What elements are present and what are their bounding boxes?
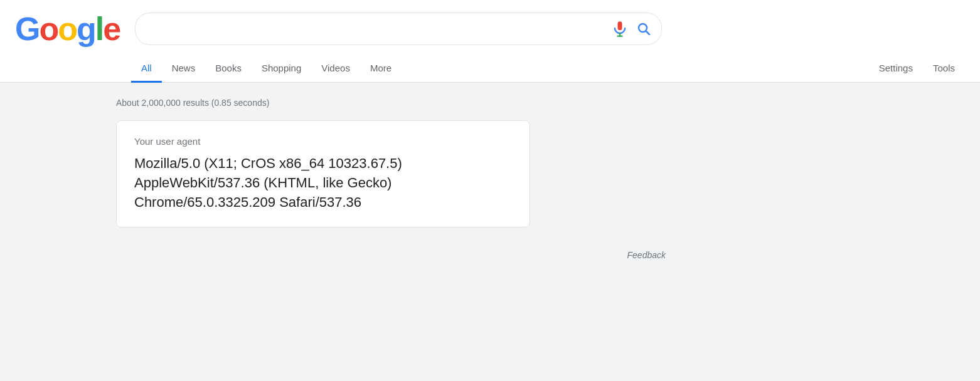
tab-settings[interactable]: Settings — [869, 55, 923, 83]
nav-tabs: All News Books Shopping Videos More — [131, 55, 402, 82]
google-logo[interactable]: Google — [15, 10, 120, 48]
feedback-link[interactable]: Feedback — [627, 250, 666, 260]
user-agent-card: Your user agent Mozilla/5.0 (X11; CrOS x… — [116, 120, 530, 227]
feedback-area: Feedback — [116, 243, 681, 268]
results-count: About 2,000,000 results (0.85 seconds) — [116, 98, 550, 108]
nav-right: Settings Tools — [869, 55, 965, 82]
main-content: About 2,000,000 results (0.85 seconds) Y… — [0, 83, 565, 243]
svg-line-5 — [646, 31, 650, 35]
svg-rect-0 — [618, 21, 622, 30]
logo-letter-g2: g — [77, 10, 95, 48]
nav-bar: All News Books Shopping Videos More Sett… — [15, 55, 965, 82]
mic-button[interactable] — [611, 20, 629, 38]
logo-letter-e: e — [103, 10, 120, 48]
tab-shopping[interactable]: Shopping — [252, 55, 311, 83]
search-icon — [636, 21, 651, 36]
tab-tools[interactable]: Tools — [923, 55, 965, 83]
logo-letter-o2: o — [58, 10, 77, 48]
tab-videos[interactable]: Videos — [311, 55, 360, 83]
tab-news[interactable]: News — [162, 55, 206, 83]
card-label: Your user agent — [134, 136, 512, 147]
header: Google what is my user agent — [0, 0, 980, 83]
search-button[interactable] — [636, 21, 651, 36]
header-top: Google what is my user agent — [15, 10, 965, 48]
search-input[interactable]: what is my user agent — [146, 23, 611, 36]
logo-letter-o1: o — [39, 10, 58, 48]
tab-books[interactable]: Books — [205, 55, 252, 83]
logo-letter-g: G — [15, 10, 39, 48]
logo-letter-l: l — [95, 10, 103, 48]
tab-more[interactable]: More — [360, 55, 402, 83]
search-bar: what is my user agent — [135, 13, 662, 45]
mic-icon — [611, 20, 629, 38]
search-icons — [611, 20, 651, 38]
tab-all[interactable]: All — [131, 55, 162, 83]
user-agent-value: Mozilla/5.0 (X11; CrOS x86_64 10323.67.5… — [134, 154, 512, 212]
